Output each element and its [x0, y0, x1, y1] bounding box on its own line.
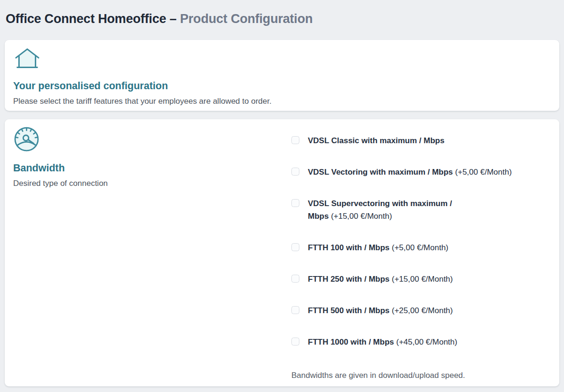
checkbox-ftth-100[interactable] [291, 243, 299, 251]
intro-description: Please select the tariff features that y… [13, 96, 548, 107]
option-price: (+45,00 €/Month) [396, 338, 457, 346]
option-label: VDSL Classic with maximum / Mbps [308, 136, 445, 145]
checkbox-ftth-250[interactable] [291, 275, 299, 283]
intro-card: Your personalised configuration Please s… [5, 40, 559, 111]
bandwidth-options-column: VDSL Classic with maximum / Mbps VDSL Ve… [282, 126, 548, 386]
option-label: VDSL Vectoring with maximum / Mbps [308, 168, 453, 177]
bandwidth-description: Desired type of connection [13, 178, 282, 189]
house-icon [13, 47, 548, 72]
option-row-ftth-1000[interactable]: FTTH 1000 with / Mbps (+45,00 €/Month) [291, 336, 548, 348]
bandwidth-info-column: Bandwidth Desired type of connection [13, 126, 282, 386]
bandwidth-card: Bandwidth Desired type of connection VDS… [5, 119, 559, 386]
checkbox-vdsl-classic[interactable] [291, 136, 299, 144]
option-label: FTTH 500 with / Mbps [308, 306, 390, 315]
option-price: (+15,00 €/Month) [392, 275, 453, 284]
bandwidth-heading: Bandwidth [13, 162, 282, 174]
option-label: FTTH 250 with / Mbps [308, 275, 390, 284]
page-title-main: Office Connect Homeoffice – [6, 12, 177, 26]
option-label: FTTH 1000 with / Mbps [308, 338, 394, 346]
option-price: (+25,00 €/Month) [392, 306, 453, 315]
option-row-vdsl-supervectoring[interactable]: VDSL Supervectoring with maximum / Mbps … [291, 197, 548, 223]
page-title: Office Connect Homeoffice – Product Conf… [6, 11, 558, 26]
option-row-vdsl-classic[interactable]: VDSL Classic with maximum / Mbps [291, 134, 548, 147]
checkbox-vdsl-vectoring[interactable] [291, 168, 299, 176]
option-row-vdsl-vectoring[interactable]: VDSL Vectoring with maximum / Mbps (+5,0… [291, 166, 548, 178]
option-label: FTTH 100 with / Mbps [308, 243, 390, 252]
checkbox-ftth-1000[interactable] [291, 338, 299, 346]
option-price: (+5,00 €/Month) [455, 168, 512, 177]
page-title-sub: Product Configuration [180, 12, 313, 26]
checkbox-vdsl-supervectoring[interactable] [291, 199, 299, 207]
option-row-ftth-100[interactable]: FTTH 100 with / Mbps (+5,00 €/Month) [291, 241, 548, 254]
checkbox-ftth-500[interactable] [291, 306, 299, 314]
option-row-ftth-500[interactable]: FTTH 500 with / Mbps (+25,00 €/Month) [291, 304, 548, 317]
option-price: (+15,00 €/Month) [331, 212, 392, 221]
speedometer-icon [13, 126, 282, 154]
bandwidth-note: Bandwidths are given in download/upload … [291, 370, 548, 381]
intro-heading: Your personalised configuration [13, 80, 548, 92]
option-price: (+5,00 €/Month) [392, 243, 449, 252]
option-row-ftth-250[interactable]: FTTH 250 with / Mbps (+15,00 €/Month) [291, 273, 548, 285]
